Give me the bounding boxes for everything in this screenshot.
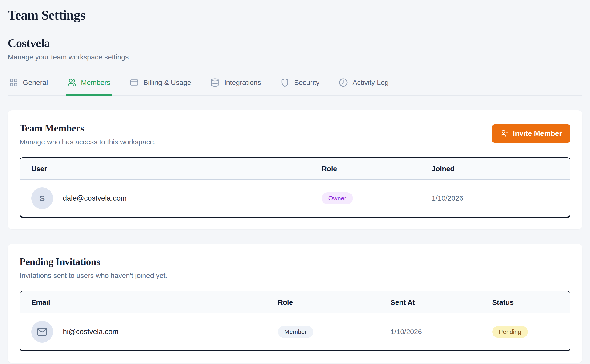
- members-table-header-row: User Role Joined: [20, 158, 570, 180]
- column-header-sent-at: Sent At: [386, 291, 487, 313]
- column-header-role: Role: [317, 158, 427, 180]
- settings-tabs: General Members Billing & Usage: [8, 77, 582, 96]
- tab-general[interactable]: General: [8, 77, 49, 96]
- tab-label: Security: [294, 78, 320, 86]
- workspace-subtitle: Manage your team workspace settings: [8, 53, 582, 61]
- member-email: dale@costvela.com: [63, 194, 127, 202]
- avatar: S: [31, 187, 53, 209]
- tab-label: General: [23, 78, 48, 86]
- role-badge: Owner: [322, 192, 353, 204]
- pending-invitations-title: Pending Invitations: [20, 256, 168, 267]
- team-members-card-header: Team Members Manage who has access to th…: [20, 123, 156, 146]
- tab-integrations[interactable]: Integrations: [209, 77, 262, 96]
- members-table: User Role Joined S dale@costvela.com: [20, 158, 570, 217]
- column-header-email: Email: [20, 291, 273, 313]
- tab-activity-log[interactable]: Activity Log: [337, 77, 390, 96]
- tab-label: Billing & Usage: [143, 78, 191, 86]
- invite-member-button[interactable]: Invite Member: [492, 124, 570, 143]
- column-header-role: Role: [273, 291, 386, 313]
- invitation-email: hi@costvela.com: [63, 328, 119, 336]
- column-header-user: User: [20, 158, 317, 180]
- pending-invitations-subtitle: Invitations sent to users who haven't jo…: [20, 272, 168, 280]
- mail-avatar: [31, 321, 53, 343]
- mail-icon: [37, 327, 47, 337]
- user-plus-icon: [500, 129, 509, 138]
- user-cell: S dale@costvela.com: [31, 187, 312, 209]
- users-icon: [67, 78, 76, 87]
- table-row: S dale@costvela.com Owner 1/10/2026: [20, 180, 570, 217]
- status-badge: Pending: [492, 326, 528, 338]
- tab-label: Activity Log: [352, 78, 389, 86]
- invite-member-label: Invite Member: [513, 129, 562, 138]
- column-header-joined: Joined: [427, 158, 570, 180]
- grid-icon: [9, 78, 18, 87]
- team-members-title: Team Members: [20, 123, 156, 134]
- sent-at-date: 1/10/2026: [390, 328, 422, 336]
- team-members-subtitle: Manage who has access to this workspace.: [20, 138, 156, 146]
- pending-invitations-card: Pending Invitations Invitations sent to …: [8, 244, 582, 363]
- joined-date: 1/10/2026: [432, 194, 463, 202]
- page-title: Team Settings: [8, 7, 582, 23]
- tab-label: Integrations: [224, 78, 261, 86]
- invitations-table-header-row: Email Role Sent At Status: [20, 291, 570, 313]
- workspace-header: Costvela Manage your team workspace sett…: [8, 36, 582, 61]
- tab-label: Members: [81, 78, 110, 86]
- shield-icon: [280, 78, 289, 87]
- tab-security[interactable]: Security: [279, 77, 321, 96]
- tab-members[interactable]: Members: [66, 77, 112, 96]
- role-badge: Member: [278, 326, 313, 338]
- tab-billing-usage[interactable]: Billing & Usage: [128, 77, 193, 96]
- team-members-card: Team Members Manage who has access to th…: [8, 110, 582, 229]
- invitations-table: Email Role Sent At Status: [20, 291, 570, 350]
- invitation-email-cell: hi@costvela.com: [31, 321, 268, 343]
- clock-icon: [339, 78, 348, 87]
- members-table-container: User Role Joined S dale@costvela.com: [20, 157, 570, 217]
- database-icon: [210, 78, 219, 87]
- invitations-table-container: Email Role Sent At Status: [20, 291, 570, 351]
- workspace-name: Costvela: [8, 36, 582, 50]
- pending-invitations-card-header: Pending Invitations Invitations sent to …: [20, 256, 168, 280]
- team-settings-page: Team Settings Costvela Manage your team …: [0, 0, 590, 364]
- column-header-status: Status: [488, 291, 570, 313]
- table-row: hi@costvela.com Member 1/10/2026 Pending: [20, 313, 570, 350]
- credit-card-icon: [130, 78, 139, 87]
